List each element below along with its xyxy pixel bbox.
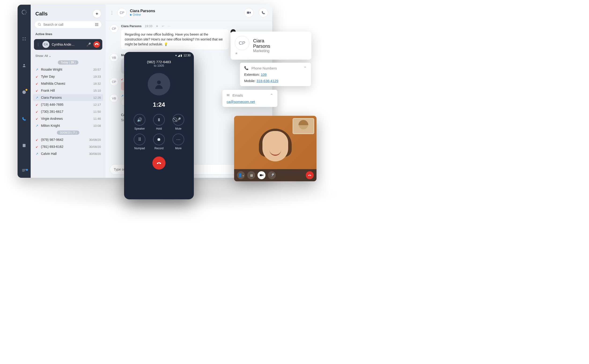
star-icon[interactable]: ★ [156,24,159,28]
call-row[interactable]: ↙Tyler Day19:33 [31,73,106,80]
phone-numbers-panel: 📞Phone Numbers⌃ Extention: 109 Mobile: 3… [240,63,311,86]
incoming-arrow-icon: ↙ [35,138,39,142]
call-row[interactable]: ↗Calvin Hall30/08/20 [31,150,106,157]
menu-icon[interactable] [21,168,27,173]
dialpad-icon[interactable] [95,23,99,26]
call-row[interactable]: ↙(730) 281-661711:50 [31,108,106,115]
call-row[interactable]: ↙Virgie Andrews11:46 [31,115,106,122]
numpad-button[interactable]: ⠿Numpad [131,134,148,150]
message-from: Ciara Parsons [121,24,141,28]
call-row[interactable]: ↙(979) 987-964230/08/20 [31,136,106,143]
call-time: 15:10 [93,89,101,92]
svg-point-12 [95,23,96,24]
search-box[interactable] [35,21,101,28]
incoming-arrow-icon: ↙ [35,103,39,106]
call-row[interactable]: ↙Frank Hill15:10 [31,87,106,94]
search-icon [38,23,41,26]
video-call-button[interactable] [244,8,253,17]
call-name: Milton Knight [41,124,91,128]
svg-point-3 [25,39,26,40]
svg-point-22 [157,80,161,84]
panel-title: Phone Numbers [251,66,277,70]
svg-point-2 [23,39,24,40]
button-label: More [175,147,181,150]
mute-button[interactable]: 🎤⃠Mute [170,114,187,130]
reply-icon[interactable]: ↩ [162,24,164,28]
phone-icon: 📞 [244,66,249,70]
mute-button[interactable]: 🎤̸ [268,171,276,179]
call-time: 19:33 [93,75,101,78]
svg-point-10 [38,23,40,25]
more-button[interactable]: ⋯More [170,134,187,150]
mobile-link[interactable]: 318-636-4129 [257,79,278,83]
contact-card: CP ★ Ciara Parsons Marketing [231,32,311,60]
call-row[interactable]: ↗Milton Knight10:08 [31,122,106,129]
call-row[interactable]: ↙(781) 693-616230/08/20 [31,143,106,150]
call-name: Mathilda Chavez [41,82,91,85]
outgoing-arrow-icon: ↗ [35,124,39,128]
call-name: Tyler Day [41,75,91,78]
svg-point-4 [23,64,25,65]
search-input[interactable] [43,23,93,26]
button-label: Speaker [134,127,145,130]
kebab-icon[interactable]: ⋮ [110,10,114,15]
button-label: Hold [156,127,162,130]
end-call-button[interactable] [93,41,100,48]
camera-toggle-button[interactable] [258,171,265,179]
add-participant-button[interactable]: 👤₊ [237,171,245,179]
voice-call-button[interactable] [259,8,268,17]
extension-link[interactable]: 109 [261,72,267,77]
call-name: Frank Hill [41,89,91,92]
incoming-arrow-icon: ↙ [35,82,39,85]
avatar: VB [110,53,118,62]
call-time: 18:32 [93,82,101,85]
collapse-icon[interactable]: ⌃ [304,66,307,70]
active-lines-label: Active lines [31,31,106,37]
svg-point-14 [97,23,98,24]
avatar: CP [110,78,118,86]
call-row[interactable]: ↙Mathilda Chavez18:32 [31,80,106,87]
call-time: 11:46 [93,117,101,120]
mail-icon: ✉ [227,93,230,97]
call-row[interactable]: ↗Rosalie Wright20:57 [31,66,106,73]
star-icon[interactable]: ★ [235,51,249,55]
contact-name: Ciara Parsons [130,9,239,13]
panel-title: Calls [35,11,48,17]
avatar: CP [110,24,118,33]
show-filter[interactable]: Show: All ⌄ [31,52,106,59]
outgoing-arrow-icon: ↗ [35,68,39,71]
svg-point-15 [95,24,96,25]
more-icon[interactable]: ⋯ [168,24,171,28]
contacts-icon[interactable] [21,143,27,148]
end-video-button[interactable] [306,171,314,179]
mic-icon[interactable]: 🎤 [86,42,91,47]
collapse-icon[interactable]: ⌃ [270,93,273,97]
outgoing-arrow-icon: ↗ [35,152,39,156]
email-link[interactable]: ca@somecom.net [227,100,255,104]
contact-department: Marketing [253,49,270,53]
mask-icon[interactable] [21,89,27,95]
record-button[interactable]: ⏺Record [151,134,168,150]
button-label: Numpad [134,147,145,150]
drag-handle-icon[interactable]: ⋮ [36,42,40,47]
phone-icon[interactable] [21,116,27,122]
date-group-pill: 30/08/20 ( 7 ) [57,130,79,135]
call-row[interactable]: ↗Ciara Parsons12:26 [33,94,103,101]
outgoing-arrow-icon: ↗ [35,96,39,99]
hangup-button[interactable] [152,156,165,169]
user-icon[interactable] [21,63,27,68]
svg-point-19 [96,25,97,26]
video-pip[interactable] [293,118,314,134]
svg-point-13 [96,23,97,24]
svg-point-17 [97,24,98,25]
call-time: 30/08/20 [89,145,101,149]
add-button[interactable]: + [93,10,101,18]
active-call-row[interactable]: ⋮ CA Cynthia Ande… 🎤 [34,39,102,50]
call-name: (719) 446-7695 [41,103,91,106]
svg-point-16 [96,24,97,25]
screenshare-button[interactable]: 🖥 [247,171,255,179]
call-row[interactable]: ↙(719) 446-769512:17 [31,101,106,108]
grid-icon[interactable] [21,36,27,42]
hold-button[interactable]: ⏸Hold [151,114,168,130]
speaker-button[interactable]: 🔊Speaker [131,114,148,130]
